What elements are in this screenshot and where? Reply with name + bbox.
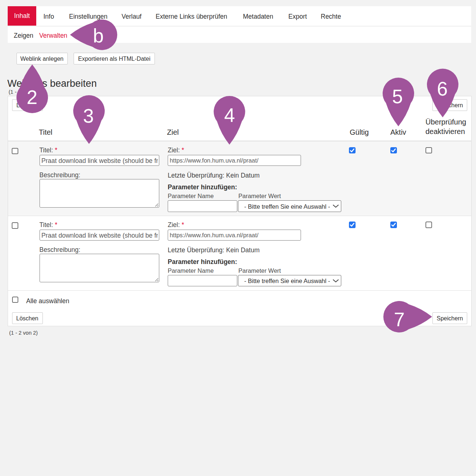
- svg-text:2: 2: [27, 86, 37, 108]
- svg-text:3: 3: [83, 105, 94, 127]
- svg-text:6: 6: [437, 78, 447, 100]
- svg-text:4: 4: [224, 104, 235, 126]
- svg-text:7: 7: [394, 309, 405, 330]
- svg-text:b: b: [93, 25, 104, 47]
- svg-text:5: 5: [392, 86, 403, 107]
